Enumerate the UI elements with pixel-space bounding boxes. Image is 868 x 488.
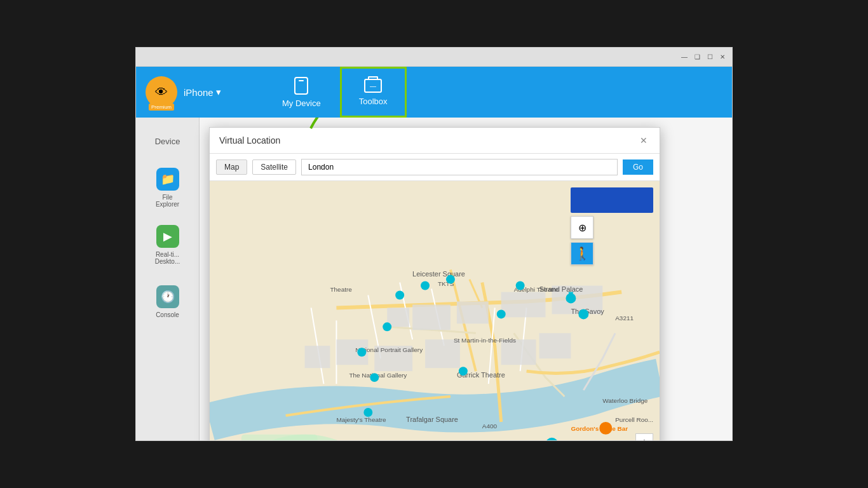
dialog-wrapper: Virtual Location ✕ Map Satellite Go (209, 127, 722, 440)
svg-point-47 (446, 275, 455, 284)
tab-my-device[interactable]: My Device (263, 67, 340, 118)
logo-container: Premium (146, 76, 177, 108)
toolbox-icon (364, 79, 382, 93)
go-button[interactable]: Go (623, 159, 653, 175)
content-area: Virtual Location ✕ Map Satellite Go (200, 118, 732, 440)
svg-point-46 (578, 309, 588, 319)
svg-point-50 (383, 322, 391, 331)
privacy-box (571, 187, 653, 213)
map-type-satellite-btn[interactable]: Satellite (252, 159, 296, 175)
tab-toolbox-label: Toolbox (359, 97, 388, 106)
map-controls-right: ⊕ 🚶 (571, 187, 653, 265)
title-bar: — ❑ ☐ ✕ (136, 48, 732, 67)
map-type-map-btn[interactable]: Map (216, 159, 247, 175)
tab-toolbox[interactable]: Toolbox (340, 67, 407, 118)
maximize-btn[interactable]: ☐ (705, 53, 714, 62)
minimize-btn[interactable]: — (680, 53, 689, 62)
compass-btn[interactable]: ⊕ (571, 216, 593, 239)
sidebar-item-realtime[interactable]: ▶ Real-ti...Deskto... (146, 222, 190, 267)
main-content: Device 📁 FileExplorer ▶ Real-ti...Deskto… (136, 118, 732, 440)
premium-badge: Premium (149, 104, 174, 111)
walk-btn[interactable]: 🚶 (571, 242, 593, 265)
close-btn[interactable]: ✕ (718, 53, 727, 62)
brand-area: Premium iPhone ▾ (136, 67, 263, 118)
file-explorer-label: FileExplorer (156, 194, 179, 208)
device-section-text: Device (155, 137, 180, 146)
nav-tabs: My Device Toolbox (263, 67, 732, 118)
svg-point-54 (459, 367, 468, 376)
svg-rect-3 (241, 435, 318, 440)
svg-rect-14 (539, 333, 571, 358)
svg-text:A3211: A3211 (615, 315, 634, 322)
svg-text:Leicester Square: Leicester Square (412, 270, 465, 278)
svg-point-51 (357, 348, 366, 356)
device-name: iPhone (184, 87, 214, 98)
svg-rect-4 (412, 304, 451, 330)
dialog-toolbar: Map Satellite Go (210, 154, 660, 181)
svg-text:Theatre: Theatre (330, 287, 352, 294)
restore-btn[interactable]: ❑ (693, 53, 702, 62)
svg-point-49 (395, 291, 404, 300)
svg-rect-5 (457, 301, 489, 323)
virtual-location-dialog: Virtual Location ✕ Map Satellite Go (209, 127, 660, 440)
svg-rect-12 (305, 346, 330, 368)
sidebar-item-file-explorer[interactable]: 📁 FileExplorer (146, 165, 190, 210)
svg-point-53 (363, 408, 372, 417)
device-dropdown-icon[interactable]: ▾ (216, 86, 221, 98)
svg-point-55 (516, 281, 525, 290)
device-icon (294, 77, 308, 95)
realtime-icon: ▶ (156, 225, 179, 248)
dialog-close-btn[interactable]: ✕ (637, 134, 650, 147)
map-container: Leicester Square Strand Palace The Savoy… (210, 181, 660, 440)
device-section-label: Device (146, 130, 190, 152)
nav-bar: Premium iPhone ▾ My Device Toolbox (136, 67, 732, 118)
sidebar-item-console[interactable]: 🕐 Console (146, 280, 190, 324)
console-icon: 🕐 (156, 285, 179, 308)
svg-text:Purcell Roo...: Purcell Roo... (615, 416, 653, 423)
svg-text:A400: A400 (482, 423, 498, 430)
tab-my-device-label: My Device (282, 98, 321, 108)
dialog-title: Virtual Location (219, 135, 280, 146)
svg-text:Trafalgar Square: Trafalgar Square (406, 416, 458, 423)
svg-point-52 (370, 373, 379, 382)
svg-point-48 (421, 281, 430, 290)
sidebar: Device 📁 FileExplorer ▶ Real-ti...Deskto… (136, 118, 200, 440)
search-wrapper (301, 159, 618, 175)
dialog-header: Virtual Location ✕ (210, 128, 660, 154)
app-window: — ❑ ☐ ✕ Premium iPhone ▾ My Device Toolb… (135, 47, 733, 441)
svg-rect-7 (501, 292, 546, 318)
console-label: Console (156, 311, 179, 318)
map-zoom-controls: + − (635, 433, 653, 440)
svg-text:Gordon's Wine Bar: Gordon's Wine Bar (571, 425, 628, 432)
device-label: iPhone ▾ (184, 86, 221, 98)
file-explorer-icon: 📁 (156, 168, 179, 191)
svg-point-56 (497, 309, 506, 318)
svg-text:St Martin-in-the-Fields: St Martin-in-the-Fields (454, 337, 516, 344)
zoom-in-btn[interactable]: + (635, 433, 653, 440)
svg-text:Majesty's Theatre: Majesty's Theatre (336, 416, 386, 423)
realtime-label: Real-ti...Deskto... (155, 251, 180, 265)
search-input[interactable] (301, 159, 618, 175)
svg-text:Waterloo Bridge: Waterloo Bridge (602, 397, 648, 404)
